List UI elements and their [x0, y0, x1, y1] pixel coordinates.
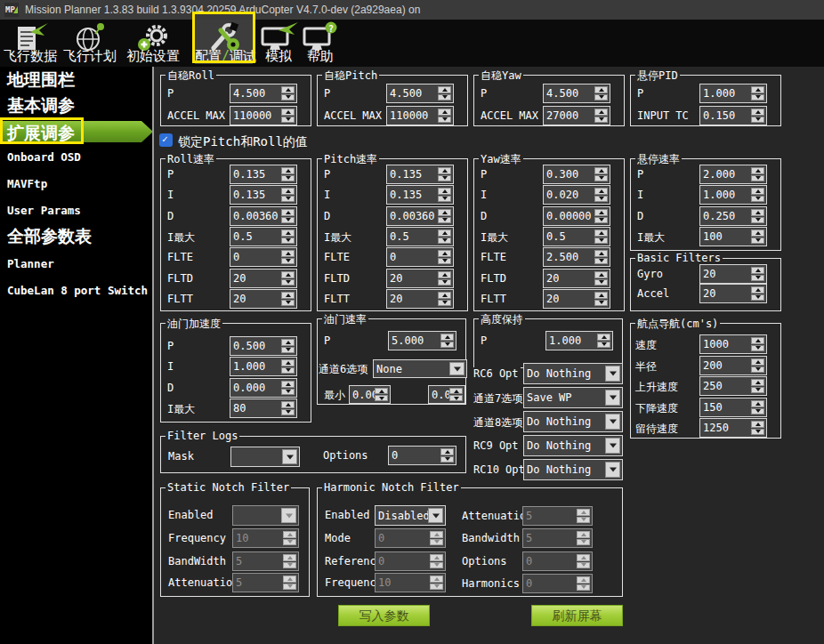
spin-down-button[interactable]: [751, 217, 764, 224]
spin-down-button[interactable]: [751, 366, 764, 374]
numeric-field[interactable]: 20: [543, 289, 610, 309]
spin-up-button[interactable]: [751, 209, 764, 216]
spin-up-button[interactable]: [751, 337, 764, 344]
numeric-field[interactable]: 0: [522, 551, 593, 571]
spin-up-button[interactable]: [438, 188, 451, 195]
spin-down-button[interactable]: [438, 258, 451, 265]
numeric-field[interactable]: 5: [522, 506, 593, 526]
spin-down-button[interactable]: [751, 408, 764, 415]
sidebar-item-mavftp[interactable]: MAVFtp: [7, 177, 47, 190]
spin-down-button[interactable]: [751, 175, 764, 182]
spin-up-button[interactable]: [440, 334, 454, 341]
spin-up-button[interactable]: [594, 292, 608, 299]
spin-up-button[interactable]: [281, 229, 295, 237]
numeric-field[interactable]: 0.000: [428, 385, 465, 404]
spin-down-button[interactable]: [281, 117, 295, 124]
spin-up-button[interactable]: [283, 576, 296, 583]
spin-down-button[interactable]: [281, 409, 295, 416]
numeric-field[interactable]: 0.000: [230, 378, 297, 398]
numeric-field[interactable]: 80: [230, 398, 297, 418]
sidebar-item-cubelan-switch[interactable]: CubeLan 8 port Switch: [7, 284, 148, 297]
spin-up-button[interactable]: [438, 229, 451, 237]
spin-down-button[interactable]: [438, 196, 451, 203]
numeric-field[interactable]: 0.5: [543, 227, 610, 246]
spin-down-button[interactable]: [751, 275, 764, 282]
numeric-field[interactable]: 200: [699, 356, 767, 375]
numeric-field[interactable]: 0: [375, 551, 446, 571]
spin-down-button[interactable]: [577, 562, 590, 569]
spin-up-button[interactable]: [577, 554, 590, 561]
spin-up-button[interactable]: [594, 167, 608, 174]
numeric-field[interactable]: 1.000: [699, 84, 767, 103]
spin-up-button[interactable]: [430, 531, 443, 538]
spin-up-button[interactable]: [440, 448, 454, 455]
numeric-field[interactable]: 0: [230, 247, 297, 267]
numeric-field[interactable]: 0.135: [230, 185, 297, 205]
numeric-field[interactable]: 1.000: [545, 331, 613, 350]
spin-up-button[interactable]: [430, 554, 443, 561]
spin-up-button[interactable]: [577, 531, 590, 538]
spin-down-button[interactable]: [283, 584, 296, 591]
spin-up-button[interactable]: [281, 250, 295, 257]
toolbar-flight-plan[interactable]: 飞行计划: [61, 20, 119, 67]
spin-up-button[interactable]: [751, 167, 764, 174]
dropdown-arrow-button[interactable]: [605, 390, 620, 406]
spin-up-button[interactable]: [283, 554, 296, 561]
spin-up-button[interactable]: [751, 400, 764, 407]
numeric-field[interactable]: 0: [522, 574, 593, 593]
spin-down-button[interactable]: [751, 429, 764, 436]
numeric-field[interactable]: 0.5: [386, 227, 454, 246]
sidebar-item-planner[interactable]: Planner: [7, 257, 54, 270]
toolbar-flight-data[interactable]: 飞行数据: [1, 20, 60, 67]
numeric-field[interactable]: 0: [388, 446, 456, 465]
write-params-button[interactable]: 写入参数: [338, 605, 430, 626]
sidebar-item-onboard-osd[interactable]: Onboard OSD: [7, 150, 81, 164]
spin-down-button[interactable]: [751, 94, 764, 101]
spin-up-button[interactable]: [438, 86, 451, 93]
spin-up-button[interactable]: [751, 109, 764, 116]
numeric-field[interactable]: 0.135: [386, 165, 454, 184]
numeric-field[interactable]: 0: [386, 247, 454, 267]
spin-down-button[interactable]: [283, 562, 296, 569]
numeric-field[interactable]: 100: [699, 227, 767, 246]
dropdown-arrow-button[interactable]: [282, 449, 297, 464]
spin-down-button[interactable]: [281, 94, 295, 101]
spin-down-button[interactable]: [281, 237, 295, 245]
spin-up-button[interactable]: [751, 86, 764, 93]
numeric-field[interactable]: 150: [699, 398, 767, 417]
refresh-screen-button[interactable]: 刷新屏幕: [531, 605, 623, 626]
rc-option-dropdown[interactable]: Do Nothing: [523, 435, 623, 456]
spin-down-button[interactable]: [281, 347, 295, 354]
spin-up-button[interactable]: [281, 292, 295, 299]
spin-up-button[interactable]: [283, 531, 296, 538]
spin-down-button[interactable]: [440, 342, 454, 349]
spin-down-button[interactable]: [281, 300, 295, 307]
spin-up-button[interactable]: [438, 167, 451, 174]
spin-down-button[interactable]: [375, 395, 388, 401]
numeric-field[interactable]: 5.000: [388, 331, 456, 350]
spin-down-button[interactable]: [438, 117, 451, 124]
spin-up-button[interactable]: [594, 109, 608, 116]
spin-down-button[interactable]: [594, 237, 608, 245]
sidebar-item-basic-tuning[interactable]: 基本调参: [7, 94, 75, 117]
spin-up-button[interactable]: [281, 209, 295, 216]
spin-down-button[interactable]: [594, 217, 608, 224]
numeric-field[interactable]: 250: [699, 376, 767, 396]
spin-up-button[interactable]: [751, 379, 764, 386]
spin-up-button[interactable]: [438, 292, 451, 299]
numeric-field[interactable]: 20: [543, 269, 610, 288]
numeric-field[interactable]: 5: [522, 528, 593, 548]
spin-down-button[interactable]: [751, 345, 764, 352]
rc-option-dropdown[interactable]: Do Nothing: [523, 459, 623, 480]
dropdown-arrow-button[interactable]: [605, 438, 620, 454]
numeric-field[interactable]: 0.00360: [386, 206, 454, 226]
spin-down-button[interactable]: [751, 294, 764, 302]
spin-down-button[interactable]: [594, 258, 608, 265]
numeric-field[interactable]: 20: [230, 269, 297, 288]
spin-up-button[interactable]: [751, 358, 764, 366]
numeric-field[interactable]: 0.150: [699, 106, 767, 125]
spin-down-button[interactable]: [577, 584, 590, 592]
spin-up-button[interactable]: [281, 381, 295, 388]
toolbar-initial-setup[interactable]: 初始设置: [124, 20, 182, 67]
spin-up-button[interactable]: [281, 188, 295, 195]
